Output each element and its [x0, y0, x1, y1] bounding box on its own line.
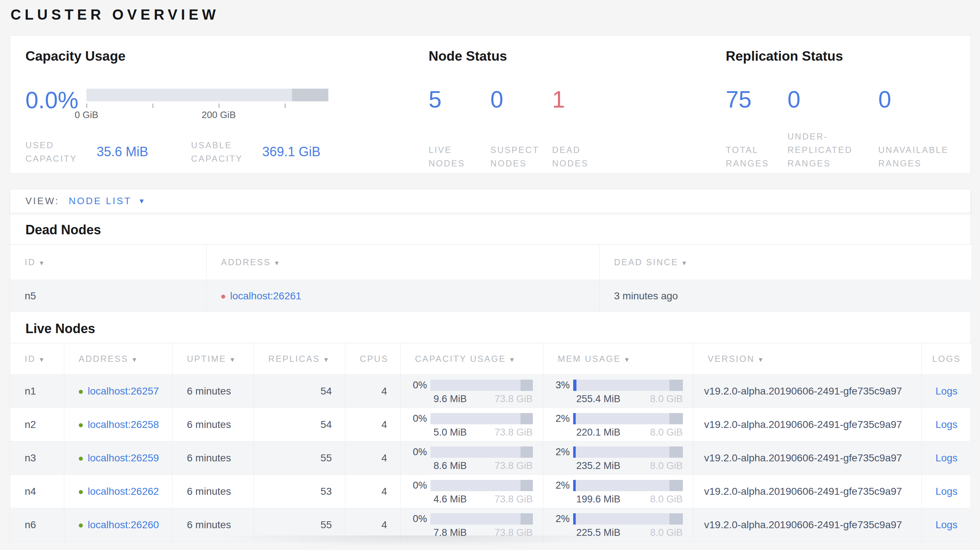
- live-col-capacity-usage[interactable]: CAPACITY USAGE▼: [400, 343, 543, 375]
- mem-percent: 3%: [550, 380, 573, 391]
- sort-desc-icon: ▼: [758, 356, 765, 363]
- uptime-cell: 6 minutes: [172, 475, 253, 508]
- mem-mini-bar: [573, 413, 683, 424]
- mem-bar-fill: [573, 513, 576, 525]
- unavailable-ranges-count: 0: [878, 87, 969, 112]
- replicas-cell: 53: [253, 475, 345, 508]
- capacity-usage-cell: 0% 4.6 MiB 73.8 GiB: [400, 475, 543, 508]
- sort-desc-icon: ▼: [624, 356, 631, 363]
- replicas-cell: 55: [253, 508, 345, 542]
- logs-cell: Logs: [921, 375, 971, 408]
- uptime-cell: 6 minutes: [172, 508, 253, 542]
- cpus-cell: 4: [345, 408, 400, 441]
- mem-percent: 2%: [550, 513, 573, 525]
- dead-col-dead-since[interactable]: DEAD SINCE▼: [599, 245, 971, 280]
- axis-label-0: 0 GiB: [75, 109, 98, 121]
- sort-desc-icon: ▼: [681, 260, 688, 267]
- suspect-nodes-metric: 0 SUSPECT NODES: [490, 87, 552, 170]
- live-node-dot: [79, 423, 83, 427]
- node-id-cell: n2: [10, 408, 64, 441]
- replication-status-heading: Replication Status: [726, 49, 970, 64]
- capacity-mini-bar: [430, 380, 533, 391]
- live-nodes-count: 5: [429, 87, 490, 112]
- node-status-section: Node Status 5 LIVE NODES 0 SUSPECT NODES…: [429, 49, 726, 173]
- mem-mini-bar: [573, 480, 683, 491]
- node-address-link[interactable]: localhost:26258: [88, 419, 159, 430]
- logs-link[interactable]: Logs: [935, 419, 958, 430]
- node-address-link[interactable]: localhost:26259: [88, 452, 159, 464]
- mem-mini-bar: [573, 447, 683, 458]
- page-title: CLUSTER OVERVIEW: [11, 6, 980, 23]
- live-node-row: n2 localhost:26258 6 minutes 54 4 0% 5.0…: [10, 408, 971, 441]
- version-cell: v19.2.0-alpha.20190606-2491-gfe735c9a97: [693, 375, 921, 408]
- live-col-version[interactable]: VERSION▼: [693, 343, 921, 375]
- capacity-used-value: 5.0 MiB: [434, 427, 467, 438]
- live-node-dot: [79, 457, 83, 461]
- suspect-nodes-label: SUSPECT NODES: [490, 143, 552, 170]
- version-cell: v19.2.0-alpha.20190606-2491-gfe735c9a97: [693, 441, 921, 475]
- sort-desc-icon: ▼: [229, 356, 237, 363]
- mem-total-value: 8.0 GiB: [650, 427, 682, 438]
- mem-bar-fill: [573, 380, 576, 391]
- capacity-used-value: 7.8 MiB: [434, 527, 467, 538]
- dead-nodes-label: DEAD NODES: [552, 143, 625, 170]
- mem-percent: 2%: [550, 447, 573, 458]
- capacity-used-value: 9.6 MiB: [434, 393, 467, 405]
- view-selector-dropdown[interactable]: NODE LIST ▼: [68, 196, 146, 207]
- dead-col-id[interactable]: ID▼: [10, 245, 206, 280]
- node-list-card: VIEW: NODE LIST ▼ Dead Nodes ID▼ ADDRESS…: [10, 189, 971, 542]
- node-address-link[interactable]: localhost:26257: [88, 385, 159, 397]
- mem-usage-cell: 3% 255.4 MiB 8.0 GiB: [543, 375, 693, 408]
- capacity-percent: 0%: [408, 513, 430, 525]
- capacity-total-value: 73.8 GiB: [494, 460, 533, 472]
- node-address-cell: localhost:26261: [206, 280, 599, 312]
- live-col-uptime[interactable]: UPTIME▼: [172, 343, 253, 375]
- usable-capacity-value: 369.1 GiB: [262, 144, 320, 159]
- view-selected-value: NODE LIST: [68, 196, 132, 207]
- node-id-cell: n1: [10, 375, 64, 408]
- used-capacity-value: 35.6 MiB: [97, 144, 148, 159]
- live-col-replicas[interactable]: REPLICAS▼: [253, 343, 345, 375]
- node-address-link[interactable]: localhost:26262: [88, 486, 159, 497]
- capacity-bar-reserved-segment: [292, 89, 328, 101]
- live-nodes-heading: Live Nodes: [25, 321, 970, 336]
- logs-link[interactable]: Logs: [935, 486, 958, 497]
- cpus-cell: 4: [345, 375, 400, 408]
- live-col-id[interactable]: ID▼: [10, 343, 64, 375]
- sort-desc-icon: ▼: [509, 356, 516, 363]
- mem-used-value: 225.5 MiB: [576, 527, 621, 538]
- node-address-link[interactable]: localhost:26260: [88, 519, 159, 530]
- dead-node-row: n5 localhost:26261 3 minutes ago: [10, 280, 971, 312]
- replication-status-section: Replication Status 75 TOTAL RANGES 0 UND…: [726, 49, 970, 173]
- logs-link[interactable]: Logs: [935, 452, 958, 464]
- capacity-total-value: 73.8 GiB: [494, 527, 533, 538]
- capacity-usage-section: Capacity Usage 0.0% 0 GiB 200 GiB: [10, 49, 429, 173]
- total-ranges-label: TOTAL RANGES: [726, 143, 788, 170]
- replicas-cell: 54: [253, 408, 345, 441]
- mem-bar-fill: [573, 413, 576, 424]
- mem-total-value: 8.0 GiB: [650, 494, 682, 505]
- node-id-cell: n3: [10, 441, 64, 475]
- capacity-total-value: 73.8 GiB: [494, 494, 533, 505]
- dead-col-address[interactable]: ADDRESS▼: [206, 245, 599, 280]
- logs-link[interactable]: Logs: [935, 519, 958, 530]
- live-col-address[interactable]: ADDRESS▼: [64, 343, 172, 375]
- capacity-total-value: 73.8 GiB: [494, 427, 533, 438]
- live-col-mem-usage[interactable]: MEM USAGE▼: [543, 343, 693, 375]
- node-address-link[interactable]: localhost:26261: [230, 290, 301, 302]
- logs-link[interactable]: Logs: [935, 385, 958, 397]
- capacity-mini-bar: [430, 480, 533, 491]
- cpus-cell: 4: [345, 441, 400, 475]
- capacity-bar-reserved-segment: [520, 513, 533, 525]
- capacity-bar-reserved-segment: [520, 413, 533, 424]
- mem-usage-cell: 2% 220.1 MiB 8.0 GiB: [543, 408, 693, 441]
- suspect-nodes-count: 0: [490, 87, 552, 112]
- live-nodes-metric: 5 LIVE NODES: [429, 87, 490, 170]
- total-ranges-metric: 75 TOTAL RANGES: [726, 87, 788, 170]
- version-cell: v19.2.0-alpha.20190606-2491-gfe735c9a97: [693, 408, 921, 441]
- mem-usage-cell: 2% 199.6 MiB 8.0 GiB: [543, 475, 693, 508]
- mem-total-value: 8.0 GiB: [650, 527, 682, 538]
- mem-bar-reserved-segment: [670, 447, 682, 458]
- replicas-cell: 55: [253, 441, 345, 475]
- live-node-row: n1 localhost:26257 6 minutes 54 4 0% 9.6…: [10, 375, 971, 408]
